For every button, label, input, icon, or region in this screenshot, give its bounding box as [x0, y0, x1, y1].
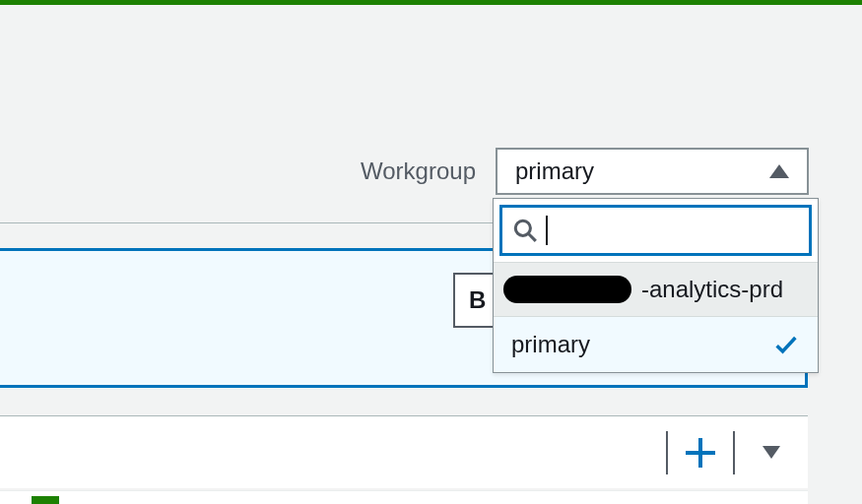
check-icon — [772, 331, 800, 358]
search-wrap — [494, 199, 818, 262]
separator — [666, 431, 668, 474]
bottom-strip — [0, 490, 808, 504]
workgroup-select[interactable]: primary — [496, 148, 809, 195]
plus-icon[interactable] — [686, 438, 715, 468]
workgroup-option-analytics-prd[interactable]: -analytics-prd — [494, 262, 818, 317]
option-label: primary — [511, 331, 590, 358]
partial-button-label: B — [469, 286, 486, 314]
caret-down-icon[interactable] — [763, 446, 780, 459]
separator — [733, 431, 735, 474]
option-label: -analytics-prd — [641, 276, 783, 303]
workgroup-label: Workgroup — [361, 158, 476, 185]
workgroup-dropdown: -analytics-prd primary — [493, 198, 819, 373]
search-icon — [512, 218, 538, 243]
svg-point-0 — [515, 220, 530, 235]
text-cursor — [546, 216, 548, 245]
caret-up-icon — [769, 164, 789, 178]
svg-line-1 — [528, 233, 536, 241]
bottom-toolbar — [0, 415, 808, 488]
redacted-text — [503, 276, 631, 303]
search-box[interactable] — [499, 205, 812, 256]
divider-line — [0, 222, 493, 223]
top-accent-bar — [0, 0, 862, 5]
workgroup-option-primary[interactable]: primary — [494, 317, 818, 372]
tiny-accent — [32, 496, 59, 504]
workgroup-row: Workgroup primary — [0, 148, 809, 195]
workgroup-select-value: primary — [515, 158, 594, 185]
